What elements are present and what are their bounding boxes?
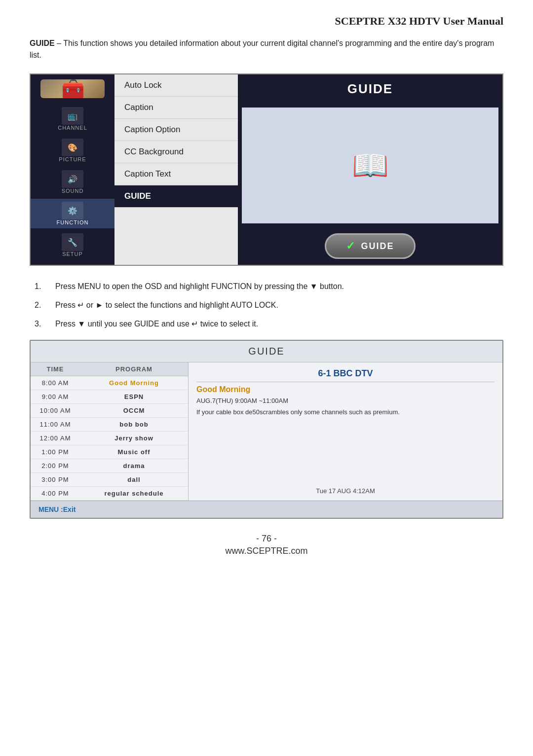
checkmark-icon: ✓	[346, 240, 356, 252]
instruction-num-2: 2.	[35, 299, 49, 311]
program-title: Good Morning	[196, 385, 495, 394]
sidebar-label-setup: SETUP	[62, 251, 83, 257]
table-row[interactable]: 1:00 PM Music off	[31, 445, 188, 459]
right-detail-container: 6-1 BBC DTV Good Morning AUG.7(THU) 9:00…	[189, 362, 502, 501]
row-time-4: 12:00 AM	[31, 432, 80, 445]
guide-button[interactable]: ✓ GUIDE	[325, 233, 415, 259]
menu-item-cc-background[interactable]: CC Background	[114, 141, 238, 163]
intro-body: This function shows you detailed informa…	[30, 39, 494, 59]
row-program-5: Music off	[80, 445, 188, 459]
instruction-1: 1. Press MENU to open the OSD and highli…	[35, 281, 498, 292]
guide-left-table: TIME PROGRAM 8:00 AM Good Morning 9:00 A…	[31, 362, 189, 501]
menu-exit-text: MENU :Exit	[38, 505, 76, 513]
row-time-5: 1:00 PM	[31, 445, 80, 459]
program-desc: If your cable box de50scrambles only som…	[196, 407, 495, 417]
sidebar-item-channel[interactable]: 📺 CHANNEL	[31, 104, 114, 134]
guide-panel-header: GUIDE	[238, 74, 502, 104]
guide-button-label: GUIDE	[361, 241, 394, 252]
row-program-2: OCCM	[80, 404, 188, 417]
guide-image-area: 📖	[242, 108, 498, 223]
menu-item-caption-option[interactable]: Caption Option	[114, 119, 238, 141]
row-program-0: Good Morning	[80, 376, 188, 390]
sidebar-item-picture[interactable]: 🎨 PICTURE	[31, 136, 114, 165]
intro-text: GUIDE – This function shows you detailed…	[30, 37, 503, 61]
instruction-2: 2. Press ↵ or ► to select the functions …	[35, 299, 498, 311]
instruction-text-3: Press ▼ until you see GUIDE and use ↵ tw…	[55, 318, 258, 330]
sidebar-item-sound[interactable]: 🔊 SOUND	[31, 167, 114, 197]
row-program-3: bob bob	[80, 418, 188, 431]
table-row[interactable]: 9:00 AM ESPN	[31, 390, 188, 404]
menu-item-autolock[interactable]: Auto Lock	[114, 74, 238, 97]
col-header-program: PROGRAM	[80, 362, 188, 376]
sidebar-label-function: FUNCTION	[57, 219, 89, 225]
row-time-0: 8:00 AM	[31, 376, 80, 390]
row-time-3: 11:00 AM	[31, 418, 80, 431]
page-title: SCEPTRE X32 HDTV User Manual	[30, 15, 503, 28]
table-row[interactable]: 8:00 AM Good Morning	[31, 376, 188, 390]
row-time-2: 10:00 AM	[31, 404, 80, 417]
channel-name: 6-1 BBC DTV	[196, 368, 495, 382]
row-time-1: 9:00 AM	[31, 390, 80, 403]
menu-item-caption[interactable]: Caption	[114, 97, 238, 119]
intro-bold: GUIDE	[30, 39, 55, 47]
sidebar-item-function[interactable]: ⚙️ FUNCTION	[31, 199, 114, 228]
menu-item-guide[interactable]: GUIDE	[114, 185, 238, 208]
table-row[interactable]: 11:00 AM bob bob	[31, 418, 188, 432]
guide-right-panel: 6-1 BBC DTV Good Morning AUG.7(THU) 9:00…	[189, 362, 502, 501]
intro-dash: –	[55, 39, 61, 47]
table-row[interactable]: 3:00 PM dall	[31, 473, 188, 487]
guide-button-area: ✓ GUIDE	[238, 227, 502, 265]
menu-exit-bar: MENU :Exit	[31, 501, 502, 518]
middle-panel: Auto Lock Caption Caption Option CC Back…	[114, 74, 238, 265]
page-container: SCEPTRE X32 HDTV User Manual GUIDE – Thi…	[0, 0, 533, 571]
page-footer: - 76 - www.SCEPTRE.com	[30, 534, 503, 556]
sidebar-item-setup[interactable]: 🔧 SETUP	[31, 230, 114, 260]
instruction-num-3: 3.	[35, 318, 49, 330]
table-row[interactable]: 10:00 AM OCCM	[31, 404, 188, 418]
osd-area: 🧰 📺 CHANNEL 🎨 PICTURE 🔊 SOUND ⚙️ FUNCTIO…	[30, 73, 503, 266]
book-icon: 📖	[352, 148, 389, 183]
table-row[interactable]: 12:00 AM Jerry show	[31, 432, 188, 445]
instruction-num-1: 1.	[35, 281, 49, 292]
setup-icon: 🔧	[62, 233, 83, 251]
instruction-3: 3. Press ▼ until you see GUIDE and use ↵…	[35, 318, 498, 330]
function-icon: ⚙️	[62, 202, 83, 219]
instruction-text-2: Press ↵ or ► to select the functions and…	[55, 299, 278, 311]
menu-item-caption-text[interactable]: Caption Text	[114, 163, 238, 185]
row-program-4: Jerry show	[80, 432, 188, 445]
page-number: - 76 -	[30, 534, 503, 544]
instruction-text-1: Press MENU to open the OSD and highlight…	[55, 281, 344, 292]
footer-url: www.SCEPTRE.com	[30, 546, 503, 556]
table-row[interactable]: 4:00 PM regular schedule	[31, 487, 188, 501]
table-row[interactable]: 2:00 PM drama	[31, 459, 188, 473]
right-guide-panel: GUIDE 📖 ✓ GUIDE	[238, 74, 502, 265]
left-panel: 🧰 📺 CHANNEL 🎨 PICTURE 🔊 SOUND ⚙️ FUNCTIO…	[31, 74, 114, 265]
row-program-7: dall	[80, 473, 188, 486]
guide-table-body: TIME PROGRAM 8:00 AM Good Morning 9:00 A…	[31, 362, 502, 501]
picture-icon: 🎨	[62, 139, 83, 156]
guide-timestamp: Tue 17 AUG 4:12AM	[196, 482, 495, 495]
channel-icon: 📺	[62, 107, 83, 125]
instructions: 1. Press MENU to open the OSD and highli…	[30, 281, 503, 330]
toolbox-icon: 🧰	[40, 79, 105, 98]
sidebar-label-picture: PICTURE	[59, 156, 86, 162]
row-time-6: 2:00 PM	[31, 459, 80, 472]
col-header-time: TIME	[31, 362, 80, 376]
row-program-8: regular schedule	[80, 487, 188, 500]
sidebar-label-sound: SOUND	[62, 188, 84, 194]
sidebar-label-channel: CHANNEL	[58, 125, 87, 131]
row-program-6: drama	[80, 459, 188, 472]
row-program-1: ESPN	[80, 390, 188, 403]
table-header-row: TIME PROGRAM	[31, 362, 188, 376]
program-time: AUG.7(THU) 9:00AM ~11:00AM	[196, 397, 495, 404]
row-time-8: 4:00 PM	[31, 487, 80, 500]
guide-table-container: GUIDE TIME PROGRAM 8:00 AM Good Morning …	[30, 340, 503, 519]
row-time-7: 3:00 PM	[31, 473, 80, 486]
guide-table-title: GUIDE	[31, 341, 502, 362]
sound-icon: 🔊	[62, 170, 83, 188]
